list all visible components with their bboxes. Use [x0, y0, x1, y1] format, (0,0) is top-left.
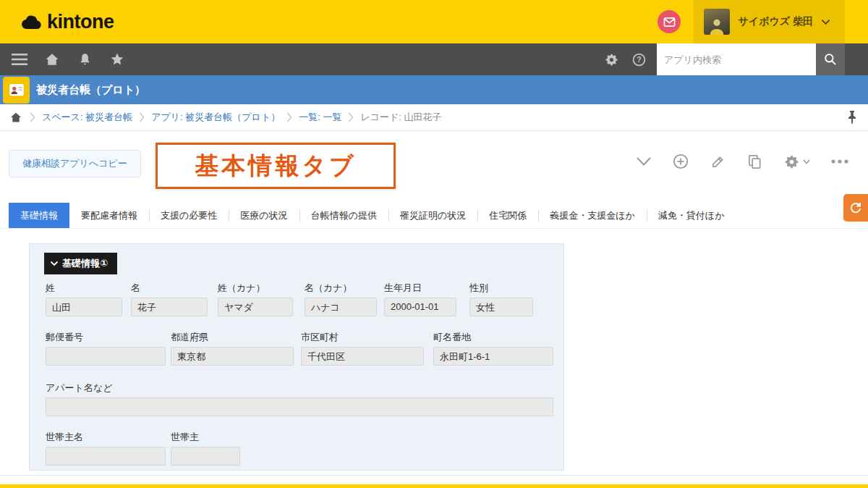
app-bar: 被災者台帳（プロト） — [0, 75, 868, 104]
tab-basic-info[interactable]: 基礎情報 — [9, 203, 69, 228]
chevron-right-icon — [286, 112, 292, 122]
gear-icon — [604, 52, 619, 67]
record-actions — [636, 153, 849, 170]
field-label-householder: 世帯主 — [171, 431, 199, 444]
field-label-last-name: 姓 — [46, 282, 55, 295]
tab-disaster-certificate[interactable]: 罹災証明の状況 — [388, 203, 477, 228]
field-label-address: 町名番地 — [433, 331, 471, 344]
field-value-city: 千代田区 — [301, 347, 424, 366]
avatar-person-icon — [707, 16, 726, 35]
tab-exemptions-loans[interactable]: 減免・貸付ほか — [647, 203, 736, 228]
star-icon — [109, 51, 125, 67]
side-panel-refresh-button[interactable] — [843, 194, 868, 222]
breadcrumb-view-link[interactable]: 一覧: 一覧 — [299, 111, 341, 124]
record-tabs: 基礎情報 要配慮者情報 支援の必要性 医療の状況 台帳情報の提供 罹災証明の状況… — [0, 203, 868, 229]
tab-medical-status[interactable]: 医療の状況 — [229, 203, 299, 228]
search-icon — [823, 52, 838, 67]
duplicate-record-button[interactable] — [746, 153, 763, 170]
field-value-first-name: 花子 — [131, 298, 208, 316]
global-nav-left — [9, 49, 128, 70]
field-label-first-name: 名 — [131, 282, 140, 295]
app-icon[interactable] — [3, 77, 30, 104]
bell-icon — [77, 52, 93, 67]
field-value-last-name-kana: ヤマダ — [218, 298, 293, 316]
kintone-cloud-icon — [20, 14, 42, 30]
basic-info-group-panel: 基礎情報① 姓 名 姓（カナ） 名（カナ） 生年月日 性別 山田 花子 ヤマダ … — [29, 243, 564, 471]
field-label-householder-name: 世帯主名 — [46, 431, 83, 444]
bottom-brand-strip — [0, 484, 868, 488]
chevron-down-icon — [821, 19, 830, 25]
svg-text:?: ? — [637, 55, 641, 64]
mail-notification-button[interactable] — [658, 10, 681, 33]
settings-button[interactable] — [600, 49, 622, 70]
tab-special-care-info[interactable]: 要配慮者情報 — [69, 203, 149, 228]
breadcrumb-home-link[interactable] — [9, 111, 22, 124]
breadcrumb: スペース: 被災者台帳 アプリ: 被災者台帳（プロト） 一覧: 一覧 レコード:… — [0, 104, 868, 131]
tab-support-needs[interactable]: 支援の必要性 — [149, 203, 229, 228]
breadcrumb-record-current: レコード: 山田花子 — [360, 111, 441, 124]
chevron-right-icon — [348, 112, 354, 122]
field-value-prefecture: 東京都 — [171, 347, 294, 366]
divider — [0, 475, 868, 476]
copy-to-health-app-button[interactable]: 健康相談アプリへコピー — [9, 150, 141, 177]
help-icon: ? — [631, 52, 647, 67]
user-menu[interactable]: サイボウズ 柴田 — [694, 0, 845, 43]
mail-icon — [663, 17, 676, 28]
field-label-postal-code: 郵便番号 — [46, 331, 83, 344]
chevron-down-icon — [50, 261, 59, 266]
annotation-callout: 基本情報タブ — [156, 143, 396, 189]
field-value-last-name: 山田 — [46, 298, 122, 316]
tab-donations-support[interactable]: 義援金・支援金ほか — [538, 203, 647, 228]
logo-text: kintone — [47, 11, 114, 33]
field-label-city: 市区町村 — [301, 331, 339, 344]
plus-circle-icon — [672, 153, 689, 170]
more-options-button[interactable] — [830, 159, 849, 164]
field-value-apartment — [46, 397, 553, 416]
help-button[interactable]: ? — [628, 49, 650, 70]
copy-icon — [746, 153, 763, 170]
refresh-icon — [848, 201, 863, 215]
field-value-postal-code — [46, 347, 166, 366]
group-basic-info-toggle[interactable]: 基礎情報① — [44, 253, 117, 274]
tab-housing[interactable]: 住宅関係 — [477, 203, 538, 228]
notifications-button[interactable] — [74, 49, 95, 70]
edit-record-button[interactable] — [710, 153, 726, 170]
field-label-gender: 性別 — [469, 282, 488, 295]
global-nav-right: ? — [600, 43, 868, 75]
field-label-apartment: アパート名など — [46, 382, 113, 395]
field-value-address: 永田町1-6-1 — [433, 347, 553, 366]
field-label-prefecture: 都道府県 — [171, 331, 208, 344]
global-nav: ? — [0, 43, 868, 75]
field-value-householder-name — [46, 447, 166, 466]
field-label-last-name-kana: 姓（カナ） — [218, 282, 265, 295]
hamburger-icon — [12, 53, 27, 66]
tab-ledger-provision[interactable]: 台帳情報の提供 — [299, 203, 388, 228]
add-record-button[interactable] — [672, 153, 689, 170]
search-button[interactable] — [816, 43, 845, 75]
avatar — [704, 9, 730, 35]
ellipsis-icon — [830, 159, 849, 164]
group-title: 基礎情報① — [62, 257, 108, 270]
breadcrumb-app-link[interactable]: アプリ: 被災者台帳（プロト） — [151, 111, 280, 124]
breadcrumb-pin-button[interactable] — [846, 110, 858, 127]
pencil-icon — [710, 153, 726, 170]
app-title: 被災者台帳（プロト） — [36, 83, 145, 97]
portal-home-button[interactable] — [41, 49, 63, 70]
header: kintone サイボウズ 柴田 — [0, 0, 868, 43]
record-settings-button[interactable] — [783, 153, 810, 170]
kintone-logo[interactable]: kintone — [20, 11, 114, 33]
collapse-header-button[interactable] — [636, 156, 652, 167]
header-right: サイボウズ 柴田 — [658, 0, 868, 43]
app-search-input[interactable] — [657, 43, 816, 75]
hamburger-menu-button[interactable] — [9, 49, 30, 70]
field-value-birth-date: 2000-01-01 — [384, 298, 456, 316]
chevron-right-icon — [30, 112, 35, 122]
app-person-card-icon — [7, 80, 26, 99]
annotation-text: 基本情報タブ — [195, 150, 357, 182]
favorites-button[interactable] — [106, 49, 128, 70]
field-label-birth-date: 生年月日 — [384, 282, 422, 295]
user-name: サイボウズ 柴田 — [738, 15, 813, 28]
chevron-down-icon — [636, 156, 652, 167]
home-icon — [44, 51, 60, 67]
breadcrumb-space-link[interactable]: スペース: 被災者台帳 — [42, 111, 132, 124]
